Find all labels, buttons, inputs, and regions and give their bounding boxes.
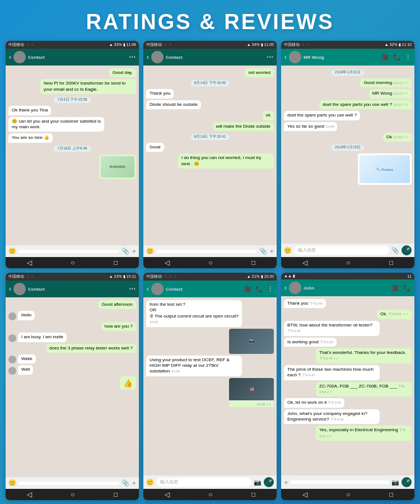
nav-home-2[interactable]: ○ (208, 259, 212, 267)
date-label: 2018年2月15日 (332, 144, 364, 151)
msg-bubble: ZC-700A, FOB ___ ZC-700B, FOB ___ 下午3:53… (316, 382, 412, 397)
plus-icon-1[interactable]: + (132, 247, 136, 255)
nav-home-4[interactable]: ○ (71, 491, 74, 498)
back-icon-4[interactable]: ‹ (9, 285, 11, 293)
phone-icon-3[interactable]: 📞 (393, 54, 401, 61)
emoji-icon-2[interactable]: 🙂 (146, 248, 154, 255)
chat-input-6[interactable] (291, 480, 389, 484)
mic-btn-5[interactable]: 🎤 (264, 477, 274, 487)
chat-body-2: not worried 8月14日 下午16:40 Thank you Diod… (143, 66, 277, 245)
nav-recent-6[interactable]: □ (389, 491, 393, 498)
plus-icon-6[interactable]: + (284, 478, 288, 487)
input-bar-5: 🙂 输入信息 📷 🎤 (143, 475, 277, 489)
menu-dots-5[interactable]: ⋮ (267, 286, 273, 293)
nav-home-1[interactable]: ○ (71, 259, 74, 267)
back-icon-1[interactable]: ‹ (9, 53, 11, 61)
video-icon-3[interactable]: 🎥 (381, 54, 389, 61)
attach-icon-6[interactable]: 📷 (391, 479, 399, 486)
back-icon-2[interactable]: ‹ (147, 53, 149, 61)
nav-back-1[interactable]: ◁ (27, 259, 32, 267)
nav-home-6[interactable]: ○ (346, 491, 350, 498)
menu-dots-4[interactable]: ⋯ (129, 285, 136, 293)
status-bar-6: ▲▲ ▮ 11 (281, 273, 414, 279)
phone-screen-5: 中国移动 ◾◾◾ ▲ 21% ▮ 15:20 ‹ Contact 🎥 📞 ⋮ f… (143, 273, 277, 500)
chat-input-5[interactable]: 输入信息 (156, 478, 251, 487)
nav-recent-5[interactable]: □ (251, 491, 255, 498)
chat-input-4[interactable] (18, 482, 119, 485)
msg-bubble: Ok, let mi work on it 下午3:54 (284, 398, 344, 407)
plus-icon-4[interactable]: + (132, 479, 136, 487)
attach-icon-5[interactable]: 📷 (254, 479, 262, 486)
chat-body-6: Thank you 下午3:40 Ok. 下午3:41 ✓✓ BTW, how … (281, 296, 414, 475)
emoji-icon-5[interactable]: 🙂 (146, 479, 154, 486)
screenshots-grid: 中国移动 ◾◾ ▲ 33% ▮ 11:08 ‹ Contact ⋯ Good d… (0, 41, 420, 504)
status-right-5: ▲ 21% ▮ 15:20 (247, 274, 274, 279)
status-bar-4: 中国移动 ◾◾ ▲ 23% ▮ 15:11 (6, 273, 139, 281)
date-label: 2018年1月31日 (332, 69, 364, 76)
back-icon-5[interactable]: ‹ (147, 285, 149, 293)
back-icon-3[interactable]: ‹ (284, 53, 287, 61)
nav-back-3[interactable]: ◁ (302, 259, 307, 267)
nav-bar-3: ◁ ○ □ (281, 257, 414, 268)
msg-bubble: Good afternoon (98, 300, 136, 309)
nav-bar-5: ◁ ○ □ (143, 489, 277, 500)
attach-icon-2[interactable]: 📎 (259, 248, 267, 255)
nav-recent-1[interactable]: □ (114, 259, 118, 267)
status-left-1: 中国移动 ◾◾ (8, 42, 35, 48)
chat-name-3: MR Wong (304, 55, 377, 60)
nav-bar-1: ◁ ○ □ (6, 257, 139, 268)
mic-btn-3[interactable]: 🎤 (402, 245, 412, 255)
attach-icon-1[interactable]: 📎 (122, 248, 129, 255)
msg-bubble: not worried (245, 68, 274, 77)
msg-bubble: from the test set ? OR ② The output curr… (146, 300, 242, 327)
msg-bubble: I do thing you can not worried, I must t… (178, 153, 274, 169)
chat-input-2[interactable] (156, 250, 257, 253)
phone-icon-5[interactable]: 📞 (255, 286, 263, 293)
nav-recent-3[interactable]: □ (389, 259, 393, 267)
chat-input-3[interactable]: 输入信息 (294, 246, 389, 255)
date-label: 7月18日 上午8:46 (54, 146, 90, 152)
nav-recent-4[interactable]: □ (114, 491, 118, 498)
plus-icon-2[interactable]: + (269, 247, 274, 255)
chat-body-4: Good afternoon Hello how are you ? I am … (6, 297, 139, 477)
date-label: 8月14日 下午16:40 (191, 80, 230, 86)
nav-home-5[interactable]: ○ (208, 491, 212, 498)
nav-back-5[interactable]: ◁ (165, 491, 170, 498)
video-icon-5[interactable]: 🎥 (244, 286, 251, 293)
phone-screen-2: 中国移动 ◾◾ ▲ 34% ▮ 11:05 ‹ Contact ⋯ not wo… (143, 41, 277, 268)
msg-bubble: does the 3 phase relay tester works well… (46, 344, 136, 353)
video-icon-6[interactable]: 🎥 (391, 284, 399, 292)
nav-home-3[interactable]: ○ (346, 259, 350, 267)
nav-back-4[interactable]: ◁ (27, 491, 32, 498)
emoji-icon-1[interactable]: 🙂 (8, 248, 16, 255)
nav-bar-2: ◁ ○ □ (143, 257, 277, 268)
chat-body-5: from the test set ? OR ② The output curr… (143, 297, 277, 475)
attach-icon-4[interactable]: 📎 (122, 479, 129, 487)
mic-btn-6[interactable]: 🎤 (402, 477, 412, 487)
emoji-icon-3[interactable]: 🙂 (284, 247, 292, 254)
attach-icon-3[interactable]: 📎 (391, 247, 399, 254)
msg-bubble: Is working good 下午3:43 (284, 338, 337, 347)
msg-bubble: BTW, how about the transformer oil teste… (284, 321, 380, 336)
back-icon-6[interactable]: ‹ (284, 284, 287, 292)
chat-header-1: ‹ Contact ⋯ (6, 49, 139, 66)
input-bar-4: 🙂 📎 + (6, 477, 139, 489)
menu-dots-1[interactable]: ⋯ (129, 53, 136, 61)
emoji-icon-4[interactable]: 🙂 (8, 479, 16, 487)
small-avatar (8, 367, 16, 375)
menu-dots-3[interactable]: ⋮ (405, 54, 411, 61)
menu-dots-2[interactable]: ⋯ (267, 53, 273, 61)
chat-name-5: Contact (166, 287, 240, 292)
chat-input-1[interactable] (18, 250, 119, 253)
msg-bubble: The price of these two machines how much… (284, 365, 380, 380)
small-avatar (8, 312, 16, 320)
substation-photo: 🏭 10:28 ✓✓ (229, 378, 274, 407)
phone-screen-4: 中国移动 ◾◾ ▲ 23% ▮ 15:11 ‹ Contact ⋯ Good a… (6, 273, 139, 500)
nav-back-2[interactable]: ◁ (165, 259, 170, 267)
phone-icon-6[interactable]: 📞 (403, 284, 411, 292)
substation-image: 🏭 (229, 378, 274, 400)
nav-back-6[interactable]: ◁ (302, 491, 307, 498)
status-right-1: ▲ 33% ▮ 11:08 (109, 43, 136, 47)
nav-recent-2[interactable]: □ (251, 259, 255, 267)
input-bar-2: 🙂 📎 + (143, 245, 277, 257)
